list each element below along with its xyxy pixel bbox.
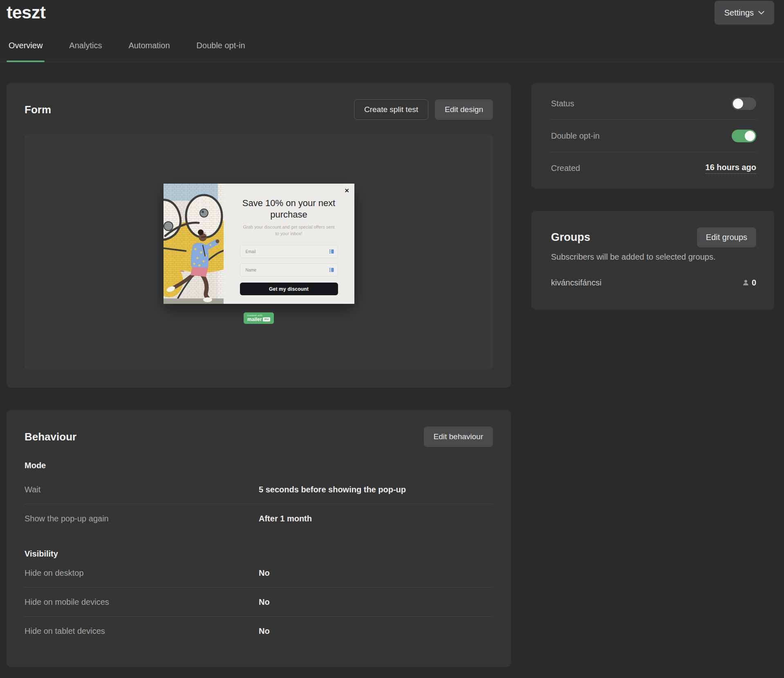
topbar: teszt Settings (0, 0, 784, 29)
behaviour-card-title: Behaviour (25, 431, 76, 443)
popup-submit-button[interactable]: Get my discount (240, 283, 338, 295)
popup-close-icon[interactable]: ✕ (345, 187, 349, 194)
edit-design-button[interactable]: Edit design (435, 99, 493, 120)
toggle-knob (745, 131, 755, 141)
mailerlite-logo: mailer lite (247, 317, 270, 322)
behaviour-card: Behaviour Edit behaviour Mode Wait 5 sec… (7, 410, 511, 667)
settings-button-label: Settings (724, 8, 754, 18)
status-toggle[interactable] (732, 97, 756, 110)
popup-name-field-wrap (240, 263, 338, 276)
form-card-title: Form (25, 103, 51, 116)
hide-tablet-value: No (259, 626, 270, 636)
edit-behaviour-button[interactable]: Edit behaviour (424, 427, 493, 447)
hide-mobile-value: No (259, 597, 270, 607)
form-card-actions: Create split test Edit design (354, 99, 493, 120)
main-column: Form Create split test Edit design (7, 83, 511, 667)
hide-tablet-row: Hide on tablet devices No (25, 617, 493, 645)
chevron-down-icon (758, 11, 764, 15)
hide-desktop-row: Hide on desktop No (25, 559, 493, 587)
mailerlite-badge[interactable]: created with mailer lite (244, 312, 274, 324)
created-label: Created (551, 164, 580, 173)
page-title: teszt (7, 2, 45, 22)
popup-photo (164, 184, 224, 304)
person-icon (742, 279, 749, 286)
settings-button[interactable]: Settings (715, 1, 774, 25)
double-opt-in-label: Double opt-in (551, 131, 600, 141)
groups-card-header: Groups Edit groups (551, 227, 756, 247)
show-again-label: Show the pop-up again (25, 514, 259, 523)
personalization-icon (329, 249, 334, 254)
personalization-icon (329, 267, 334, 273)
popup-preview: ✕ Save 10% on your next purchase Grab yo… (164, 184, 354, 304)
show-again-row: Show the pop-up again After 1 month (25, 504, 493, 533)
tab-bar: Overview Analytics Automation Double opt… (0, 29, 784, 62)
popup-panel: ✕ Save 10% on your next purchase Grab yo… (224, 184, 354, 304)
wait-label: Wait (25, 485, 259, 494)
group-list-item: kiváncsifáncsi 0 (551, 278, 756, 287)
hide-mobile-row: Hide on mobile devices No (25, 588, 493, 616)
show-again-value: After 1 month (259, 514, 312, 523)
popup-email-field-wrap (240, 245, 338, 258)
status-row: Status (551, 88, 756, 119)
hide-desktop-label: Hide on desktop (25, 568, 259, 578)
badge-lite-tag: lite (263, 317, 270, 321)
hide-tablet-label: Hide on tablet devices (25, 626, 259, 636)
groups-card-title: Groups (551, 231, 590, 244)
group-count-value: 0 (752, 278, 756, 287)
double-opt-in-toggle[interactable] (732, 130, 756, 142)
visibility-rows: Hide on desktop No Hide on mobile device… (25, 559, 493, 645)
status-card: Status Double opt-in Created 16 hours ag… (531, 83, 774, 189)
hide-desktop-value: No (259, 568, 270, 578)
wait-row: Wait 5 seconds before showing the pop-up (25, 475, 493, 504)
form-card-header: Form Create split test Edit design (25, 99, 493, 120)
edit-groups-button[interactable]: Edit groups (697, 227, 756, 247)
content: Form Create split test Edit design (0, 62, 784, 667)
side-column: Status Double opt-in Created 16 hours ag… (531, 83, 774, 310)
form-preview-area: ✕ Save 10% on your next purchase Grab yo… (25, 135, 493, 369)
groups-description: Subscribers will be added to selected gr… (551, 252, 756, 262)
tab-double-opt-in[interactable]: Double opt-in (195, 29, 247, 62)
tab-analytics[interactable]: Analytics (67, 29, 104, 62)
visibility-section-heading: Visibility (25, 549, 493, 559)
created-row: Created 16 hours ago (551, 152, 756, 184)
form-card: Form Create split test Edit design (7, 83, 511, 388)
hide-mobile-label: Hide on mobile devices (25, 597, 259, 607)
double-opt-in-row: Double opt-in (551, 120, 756, 152)
group-subscriber-count: 0 (742, 278, 756, 287)
mode-section-heading: Mode (25, 461, 493, 470)
tab-automation[interactable]: Automation (126, 29, 172, 62)
badge-created-with-label: created with (247, 314, 270, 317)
popup-subheading: Grab your discount and get special offer… (240, 224, 338, 237)
badge-brand-text: mailer (247, 317, 262, 322)
tab-overview[interactable]: Overview (7, 29, 45, 62)
graffiti-runner-illustration (164, 184, 224, 304)
status-label: Status (551, 99, 574, 108)
page: teszt Settings Overview Analytics Automa… (0, 0, 784, 678)
created-value[interactable]: 16 hours ago (706, 163, 756, 174)
group-name: kiváncsifáncsi (551, 278, 601, 287)
mode-rows: Wait 5 seconds before showing the pop-up… (25, 475, 493, 533)
popup-heading: Save 10% on your next purchase (240, 198, 338, 220)
create-split-test-button[interactable]: Create split test (354, 99, 428, 120)
groups-card: Groups Edit groups Subscribers will be a… (531, 211, 774, 310)
toggle-knob (733, 99, 743, 109)
behaviour-card-header: Behaviour Edit behaviour (25, 427, 493, 447)
popup-email-input[interactable] (240, 245, 338, 258)
wait-value: 5 seconds before showing the pop-up (259, 485, 406, 494)
popup-name-input[interactable] (240, 263, 338, 276)
